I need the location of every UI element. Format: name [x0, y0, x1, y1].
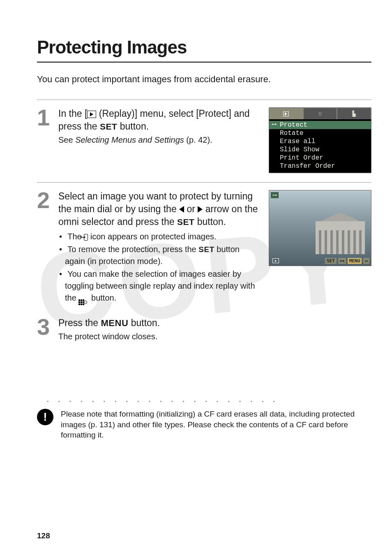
text-fragment: To remove the protection, press the: [67, 245, 198, 254]
photo-screenshot: ⊶ ▸ SET ⊶ MENU ↔: [269, 190, 371, 266]
menu-screenshot: ⁝⁝ ▙ Protect Rotate Erase all Slide Show…: [269, 107, 371, 173]
chip-set: SET: [325, 258, 337, 264]
text-fragment: or: [184, 204, 198, 214]
warning-icon: !: [37, 409, 53, 425]
reference-title: Selecting Menus and Settings: [75, 135, 184, 144]
text-fragment: (p. 42).: [184, 135, 212, 144]
replay-icon: [87, 111, 96, 118]
step-2: 2 Select an image you want to protect by…: [37, 182, 371, 306]
step-3-sub: The protect window closes.: [58, 332, 371, 341]
photo-status-bar: SET ⊶ MENU ↔: [325, 258, 369, 264]
tab-setup: ⁝⁝: [303, 108, 337, 119]
step-2-heading: Select an image you want to protect by t…: [58, 190, 261, 228]
protect-badge: ⊶: [271, 192, 279, 198]
play-icon: [283, 111, 289, 116]
page-number: 128: [37, 531, 50, 540]
text-fragment: button.: [128, 317, 160, 328]
step-number: 3: [37, 317, 53, 341]
text-fragment: icon appears on protected images.: [88, 232, 216, 241]
warning-text: Please note that formatting (initializin…: [61, 409, 371, 440]
protect-key-icon: ⊶: [84, 234, 88, 241]
arrow-right-icon: [198, 206, 203, 213]
list-item: To remove the protection, press the SET …: [65, 243, 261, 267]
step-2-bullets: The ⊶ icon appears on protected images. …: [58, 231, 261, 305]
photo-subject: [316, 221, 365, 254]
arrow-left-icon: [179, 206, 184, 213]
step-1-sub: See Selecting Menus and Settings (p. 42)…: [58, 135, 261, 145]
chip-key: ⊶: [338, 258, 346, 264]
menu-list: Protect Rotate Erase all Slide Show Prin…: [269, 119, 371, 173]
text-fragment: Press the: [58, 317, 101, 328]
separator-dots: • • • • • • • • • • • • • • • • • • • • …: [47, 399, 371, 405]
menu-tabs: ⁝⁝ ▙: [269, 108, 371, 119]
set-label: SET: [100, 122, 117, 131]
menu-item: Rotate: [269, 129, 371, 137]
step-1-heading: In the [ (Replay)] menu, select [Protect…: [58, 107, 261, 133]
set-label: SET: [177, 217, 194, 227]
menu-item: Erase all: [269, 137, 371, 146]
intro-text: You can protect important images from ac…: [37, 74, 371, 85]
menu-item: Transfer Order: [269, 162, 371, 170]
warning-row: ! Please note that formatting (initializ…: [37, 409, 371, 440]
chip-arrows: ↔: [363, 258, 369, 264]
menu-item: Slide Show: [269, 146, 371, 154]
step-3-heading: Press the MENU button.: [58, 317, 371, 329]
text-fragment: button.: [194, 216, 226, 227]
step-number: 2: [37, 190, 53, 306]
list-item: The ⊶ icon appears on protected images.: [65, 231, 261, 243]
tab-replay: [269, 108, 303, 119]
chip-menu: MENU: [348, 258, 362, 264]
playback-icon: ▸: [272, 258, 279, 263]
menu-label: MENU: [101, 318, 129, 328]
tab-mycamera: ▙: [337, 108, 371, 119]
page-title: Protecting Images: [37, 37, 371, 63]
step-1: 1 In the [ (Replay)] menu, select [Prote…: [37, 100, 371, 173]
text-fragment: button.: [117, 121, 149, 132]
list-item: You can make the selection of images eas…: [65, 268, 261, 305]
text-fragment: button.: [89, 293, 116, 302]
text-fragment: See: [58, 135, 75, 144]
step-number: 1: [37, 107, 53, 173]
set-label: SET: [198, 245, 214, 254]
menu-item: Print Order: [269, 154, 371, 162]
text-fragment: In the [: [58, 108, 87, 119]
step-3: 3 Press the MENU button. The protect win…: [37, 315, 371, 341]
menu-item: Protect: [269, 121, 371, 129]
index-replay-icon: [78, 299, 84, 305]
